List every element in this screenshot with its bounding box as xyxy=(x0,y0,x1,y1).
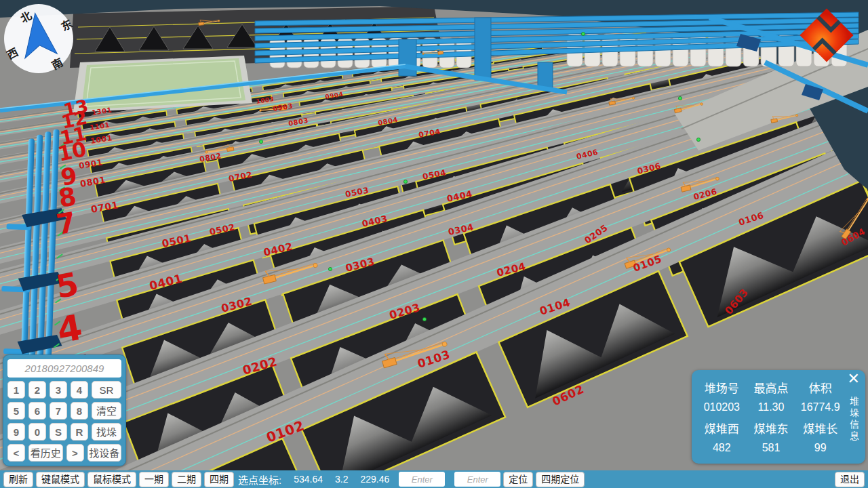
volume-header: 体积 xyxy=(795,379,845,396)
company-logo xyxy=(791,7,863,64)
keypad-key-9[interactable]: 9 xyxy=(7,423,25,441)
status-dot-icon xyxy=(581,32,585,35)
selected-point-coord-label: 选点坐标: xyxy=(238,472,281,487)
pile-length-header: 煤堆长 xyxy=(795,420,845,436)
status-dot-icon xyxy=(403,180,407,183)
pile-info-side-label: 堆垛信息 xyxy=(847,396,861,443)
phase1-button[interactable]: 一期 xyxy=(139,472,169,487)
coord-z-value: 229.46 xyxy=(360,474,389,485)
coord-y-value: 3.2 xyxy=(335,474,348,485)
mouse-mode-button[interactable]: 鼠标模式 xyxy=(87,472,136,487)
keypad-key-R[interactable]: R xyxy=(71,423,88,441)
pile-west-value: 482 xyxy=(697,442,747,454)
keypad-key-8[interactable]: 8 xyxy=(71,402,88,420)
keypad-key-找垛[interactable]: 找垛 xyxy=(92,423,121,441)
pile-east-header: 煤堆东 xyxy=(747,420,796,436)
pile-length-value: 99 xyxy=(795,442,845,454)
bottom-toolbar: 刷新 键鼠模式 鼠标模式 一期 二期 四期 选点坐标: 534.64 3.2 2… xyxy=(0,470,868,488)
yard-number-header: 堆场号 xyxy=(697,379,747,396)
refresh-button[interactable]: 刷新 xyxy=(3,472,33,487)
locate-button[interactable]: 定位 xyxy=(503,472,533,487)
keypad-key-next[interactable]: > xyxy=(66,444,84,462)
keypad-key-清空[interactable]: 清空 xyxy=(92,402,121,420)
keypad-panel: 1234SR5678清空90SR找垛<看历史>找设备 xyxy=(3,354,126,466)
keyboard-mouse-mode-button[interactable]: 键鼠模式 xyxy=(36,472,85,487)
keypad-key-7[interactable]: 7 xyxy=(50,402,67,420)
status-dot-icon xyxy=(328,267,332,270)
keypad-key-3[interactable]: 3 xyxy=(50,381,67,399)
keypad-key-1[interactable]: 1 xyxy=(7,381,25,399)
keypad-key-5[interactable]: 5 xyxy=(7,402,25,420)
coord-input-2[interactable] xyxy=(454,472,500,487)
keypad-key-看历史[interactable]: 看历史 xyxy=(28,444,63,462)
pile-west-header: 煤堆西 xyxy=(697,420,747,436)
keypad-key-SR[interactable]: SR xyxy=(92,381,121,399)
keypad-key-找设备[interactable]: 找设备 xyxy=(87,444,122,462)
pile-info-panel: ✕ 堆场号 最高点 体积 010203 11.30 16774.9 煤堆西 煤堆… xyxy=(692,370,865,464)
phase4-button[interactable]: 四期 xyxy=(204,472,234,487)
highest-point-header: 最高点 xyxy=(747,379,796,396)
highest-point-value: 11.30 xyxy=(747,401,796,413)
close-icon[interactable]: ✕ xyxy=(848,370,860,388)
exit-button[interactable]: 退出 xyxy=(835,472,865,487)
status-dot-icon xyxy=(678,96,682,100)
compass[interactable]: 北 东 西 南 xyxy=(3,3,75,75)
keypad-key-4[interactable]: 4 xyxy=(71,381,88,399)
yard-number-value: 010203 xyxy=(697,401,747,413)
keypad-key-2[interactable]: 2 xyxy=(28,381,46,399)
volume-value: 16774.9 xyxy=(795,401,845,413)
coord-input-1[interactable] xyxy=(399,472,445,487)
coord-x-value: 534.64 xyxy=(294,474,323,485)
keypad-key-S[interactable]: S xyxy=(50,423,67,441)
phase2-button[interactable]: 二期 xyxy=(172,472,201,487)
status-dot-icon xyxy=(696,138,700,141)
timestamp-input[interactable] xyxy=(7,359,121,378)
coal-yard-monitoring-app: 1301110110010901080107011003090309040803… xyxy=(0,0,868,488)
keypad-key-prev[interactable]: < xyxy=(7,444,25,462)
pile-east-value: 581 xyxy=(747,442,796,454)
status-dot-icon xyxy=(422,317,426,321)
keypad-key-6[interactable]: 6 xyxy=(28,402,46,420)
keypad-key-0[interactable]: 0 xyxy=(28,423,46,441)
phase4-locate-button[interactable]: 四期定位 xyxy=(536,472,585,487)
status-dot-icon xyxy=(259,140,262,143)
